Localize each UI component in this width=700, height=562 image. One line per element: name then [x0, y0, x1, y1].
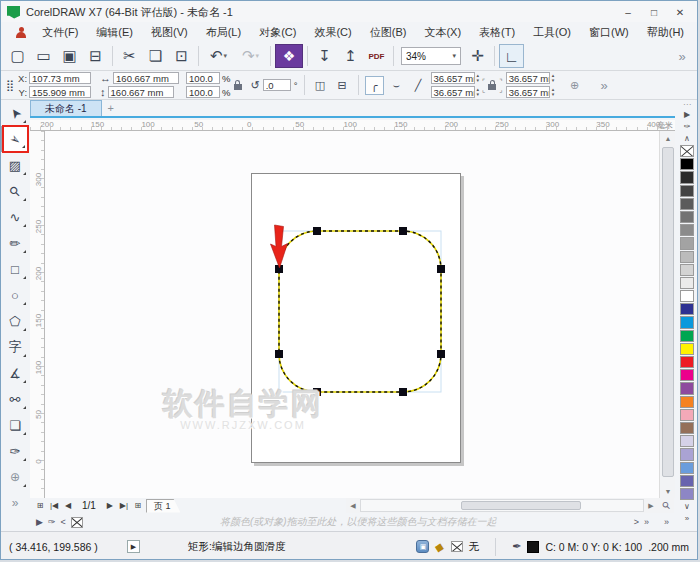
- import-button[interactable]: ↧: [312, 44, 337, 68]
- color-swatch[interactable]: [680, 277, 694, 289]
- app-launcher-button[interactable]: ❖: [275, 44, 303, 68]
- propbar-overflow-button[interactable]: »: [593, 78, 615, 93]
- tray-eyedropper-icon[interactable]: ✑: [48, 517, 56, 527]
- color-swatch[interactable]: [680, 290, 694, 302]
- maximize-button[interactable]: □: [643, 4, 665, 20]
- zoom-tool[interactable]: ⚲: [1, 178, 29, 204]
- open-button[interactable]: ▭: [31, 44, 56, 68]
- color-swatch[interactable]: [680, 158, 694, 170]
- tray-scroll-right[interactable]: >: [634, 517, 639, 527]
- first-page-button[interactable]: |◀: [48, 500, 60, 512]
- color-swatch[interactable]: [680, 369, 694, 381]
- menu-file[interactable]: 文件(F): [33, 23, 87, 42]
- tray-flyout-icon[interactable]: ▶: [36, 517, 43, 527]
- color-swatch[interactable]: [680, 435, 694, 447]
- relative-corner-scaling-button[interactable]: ⊕: [565, 76, 584, 95]
- color-swatch[interactable]: [680, 224, 694, 236]
- tray-no-color-swatch[interactable]: [71, 517, 83, 528]
- menu-object[interactable]: 对象(C): [250, 23, 305, 42]
- palette-drag-handle[interactable]: ⋯: [683, 100, 691, 108]
- menu-bitmaps[interactable]: 位图(B): [361, 23, 416, 42]
- drop-shadow-tool[interactable]: ❏: [1, 412, 29, 438]
- scale-lock-icon[interactable]: [234, 84, 242, 90]
- color-swatch[interactable]: [680, 396, 694, 408]
- color-swatch[interactable]: [680, 448, 694, 460]
- spinner-icon[interactable]: ▴▾: [552, 73, 555, 83]
- horizontal-scroll-thumb[interactable]: [461, 501, 581, 510]
- color-swatch[interactable]: [680, 251, 694, 263]
- color-swatch[interactable]: [680, 462, 694, 474]
- next-page-button[interactable]: ▶: [104, 500, 116, 512]
- scroll-up-arrow[interactable]: ▲: [660, 131, 676, 145]
- connector-tool[interactable]: ⚯: [1, 386, 29, 412]
- color-swatch[interactable]: [680, 475, 694, 487]
- menu-view[interactable]: 视图(V): [142, 23, 197, 42]
- zoom-level-select[interactable]: 34%▾: [401, 47, 461, 65]
- last-page-button[interactable]: ▶|: [118, 500, 130, 512]
- menu-layout[interactable]: 布局(L): [197, 23, 250, 42]
- palette-scroll-down-icon[interactable]: ∨: [684, 500, 690, 512]
- save-button[interactable]: ▣: [57, 44, 82, 68]
- color-swatch[interactable]: [680, 316, 694, 328]
- no-color-swatch[interactable]: [680, 145, 694, 157]
- horizontal-ruler[interactable]: 毫米 20015010050050100150200250300350400: [30, 120, 675, 131]
- interactive-fill-tool[interactable]: ⊕: [1, 464, 29, 490]
- close-button[interactable]: ✕: [669, 4, 691, 20]
- account-sign-in-icon[interactable]: [15, 27, 27, 38]
- outline-pen-icon[interactable]: ✒: [512, 540, 521, 553]
- color-swatch[interactable]: [680, 422, 694, 434]
- polygon-tool[interactable]: ⬠: [1, 308, 29, 334]
- spinner-icon[interactable]: ▴▾: [477, 87, 480, 97]
- tray-more-icon[interactable]: »: [644, 517, 649, 527]
- vertical-ruler[interactable]: 300250200150100500: [30, 131, 45, 498]
- color-swatch[interactable]: [680, 264, 694, 276]
- document-tab[interactable]: 未命名 -1: [30, 100, 102, 116]
- drawing-canvas[interactable]: 软件自学网 WWW.RJZXW.COM: [45, 131, 659, 498]
- export-button[interactable]: ↥: [338, 44, 363, 68]
- shape-tool[interactable]: ➢: [1, 126, 29, 152]
- scroll-left-arrow[interactable]: ◀: [346, 498, 360, 513]
- shape-nodes[interactable]: [275, 227, 445, 396]
- y-position-field[interactable]: 155.909 mm: [29, 86, 91, 98]
- menu-edit[interactable]: 编辑(E): [87, 23, 142, 42]
- minimize-button[interactable]: –: [617, 4, 639, 20]
- print-button[interactable]: ⊟: [83, 44, 108, 68]
- corner-radius-bl-field[interactable]: 36.657 mm: [431, 86, 475, 98]
- color-swatch[interactable]: [680, 237, 694, 249]
- eyedropper-tool[interactable]: ✑: [1, 438, 29, 464]
- document-page[interactable]: [251, 173, 461, 463]
- color-swatch[interactable]: [680, 171, 694, 183]
- horizontal-scrollbar[interactable]: ◀ ▶ ⚲: [346, 498, 674, 513]
- previous-page-button[interactable]: ◀: [62, 500, 74, 512]
- color-swatch[interactable]: [680, 382, 694, 394]
- cut-button[interactable]: ✂: [117, 44, 142, 68]
- menu-effects[interactable]: 效果(C): [305, 23, 360, 42]
- undo-dropdown-icon[interactable]: ▾: [224, 52, 228, 60]
- vertical-scrollbar[interactable]: ▲ ▼: [659, 131, 675, 498]
- status-expand-button[interactable]: ▶: [127, 540, 140, 553]
- fill-none-swatch[interactable]: [451, 541, 463, 552]
- menu-table[interactable]: 表格(T): [470, 23, 524, 42]
- text-tool[interactable]: 字: [1, 334, 29, 360]
- menu-tools[interactable]: 工具(O): [524, 23, 580, 42]
- x-position-field[interactable]: 107.73 mm: [29, 72, 91, 84]
- chamfered-corner-button[interactable]: ╱: [409, 76, 428, 95]
- mirror-horizontal-button[interactable]: ◫: [311, 76, 330, 95]
- full-screen-preview-button[interactable]: ✛: [465, 44, 490, 68]
- outline-color-swatch[interactable]: [527, 541, 539, 553]
- color-swatch[interactable]: [680, 343, 694, 355]
- color-swatch[interactable]: [680, 198, 694, 210]
- menu-help[interactable]: 帮助(H): [638, 23, 693, 42]
- new-tab-button[interactable]: +: [102, 100, 120, 116]
- palette-scroll-up-icon[interactable]: ∧: [684, 132, 690, 144]
- publish-pdf-button[interactable]: PDF: [364, 44, 389, 68]
- artistic-media-tool[interactable]: ✏: [1, 230, 29, 256]
- palette-overflow-icon[interactable]: »: [664, 517, 669, 527]
- toolbar-overflow-button[interactable]: »: [671, 49, 693, 64]
- color-swatch[interactable]: [680, 211, 694, 223]
- rotation-angle-field[interactable]: .0: [263, 79, 291, 91]
- menu-text[interactable]: 文本(X): [415, 23, 470, 42]
- spinner-icon[interactable]: ▴▾: [477, 73, 480, 83]
- undo-button[interactable]: ↶▾: [203, 44, 234, 68]
- freehand-tool[interactable]: ∿: [1, 204, 29, 230]
